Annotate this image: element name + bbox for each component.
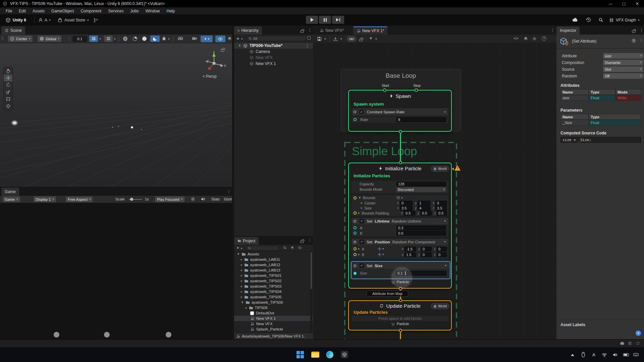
lighting-toggle-icon[interactable] [133,37,137,41]
close-button[interactable]: ✕ [631,0,644,7]
header-menu-icon[interactable]: ⋮ [639,38,643,43]
foldout-icon[interactable]: ▼ [241,301,244,304]
warning-icon[interactable]: ! [454,165,461,172]
play-focused-dropdown[interactable]: Play Focused▾ [155,196,184,202]
spawn-context-node[interactable]: Spawn Spawn system ✓ Constant Spawn Rate… [348,90,452,132]
menu-edit[interactable]: Edit [16,9,29,13]
save-icon[interactable] [317,37,322,41]
tab-scene[interactable]: Scene [1,26,25,35]
grid-size-field[interactable]: 0.1 [72,36,87,42]
minimize-button[interactable]: — [604,0,617,7]
bounds-mode-dropdown[interactable]: Recorded▾ [396,187,446,192]
search-icon[interactable] [598,17,603,22]
block-constant-spawn-rate[interactable]: ✓ Constant Spawn Rate ▾ [352,108,448,116]
project-row-folder[interactable]: ▸ayatoweb_TIPS05 [234,294,313,300]
foldout-icon[interactable]: ▸ [241,290,243,293]
move-tool-button[interactable] [4,74,12,81]
project-lock-icon[interactable] [300,241,304,243]
node-search-tooltip[interactable]: Attribute from Map [367,291,408,297]
collapse-chevron-icon[interactable]: ▾ [444,111,446,114]
collapse-chevron-icon[interactable]: ▾ [444,240,446,243]
project-row-subfolder[interactable]: ▸TIPS06 [234,305,313,310]
scene-visibility-button[interactable] [215,36,225,42]
cloud-icon[interactable] [572,17,579,22]
tab-new-vfx-1[interactable]: New VFX 1* [353,26,387,35]
foldout-icon[interactable]: ▼ [238,44,241,47]
transform-tool-button[interactable] [4,103,12,110]
hierarchy-menu-icon[interactable]: ⋮ [308,28,312,32]
hierarchy-scene-row[interactable]: ▼ TIPS06-YouTube* ⋮ [234,43,313,49]
scene-viewport[interactable]: y x < Persp [0,43,232,187]
world-space-badge[interactable]: World [431,166,449,172]
hierarchy-lock-icon[interactable] [300,31,304,33]
menu-jobs[interactable]: Jobs [127,9,142,13]
padding-input-port[interactable] [354,212,357,215]
compile-icon[interactable] [333,37,338,41]
create-add-button[interactable]: + [236,36,239,41]
menu-services[interactable]: Services [105,9,126,13]
scene-row-menu-icon[interactable]: ⋮ [305,44,310,48]
position-type-icon[interactable] [378,253,381,256]
tray-wifi-icon[interactable] [602,353,607,357]
foldout-icon[interactable]: ▸ [241,269,243,272]
blackboard-icon[interactable] [524,37,528,41]
open-search-icon[interactable] [283,246,287,250]
add-node-dropdown[interactable]: ▾ [375,38,377,41]
tray-volume-icon[interactable] [612,353,618,357]
menu-file[interactable]: File [3,9,15,13]
type-dropdown[interactable]: ▾ [382,253,384,256]
play-button[interactable] [306,16,318,24]
layers-icon[interactable] [227,37,232,41]
lifetime-b-field[interactable]: 0.6 [396,231,446,236]
project-row-folder[interactable]: ▸ayatoweb_LAB11 [234,257,313,262]
position-b-y-field[interactable]: 0 [421,252,432,257]
start-button[interactable] [297,351,304,358]
bounds-type-dropdown[interactable]: ▾ [401,196,403,199]
cloud-status-icon[interactable] [620,341,625,345]
file-explorer-button[interactable] [311,351,319,358]
collapse-chevron-icon[interactable]: ▾ [445,264,446,267]
position-b-z-field[interactable]: 0 [437,252,447,257]
tool-handle-position-dropdown[interactable]: Center▾ [8,36,33,42]
stats-button[interactable]: Stats [211,197,220,201]
position-b-port[interactable] [354,253,357,256]
camera-disabled-icon[interactable] [192,37,197,41]
project-row-folder[interactable]: ▸ayatoweb_TIPS04 [234,289,313,294]
foldout-icon[interactable]: ▸ [241,258,243,261]
size-input-port[interactable] [354,272,357,275]
aspect-dropdown[interactable]: Free Aspect▾ [66,196,93,202]
create-asset-dropdown[interactable]: ▾ [241,247,243,250]
project-row-folder[interactable]: ▸ayatoweb_LAB12 [234,262,313,267]
position-a-y-field[interactable]: 0 [421,247,432,251]
foldout-icon[interactable]: ▸ [241,274,243,277]
hierarchy-item-new-vfx[interactable]: New VFX [234,55,313,61]
tab-inspector[interactable]: Inspector [556,26,580,35]
capacity-field[interactable]: 128 [396,182,446,186]
game-mode-dropdown[interactable]: Game▾ [3,196,20,202]
block-set-position[interactable]: ✓ Set Position Random Per Component ▾ ▸ … [352,239,448,259]
version-control-icon[interactable] [93,18,98,23]
particle-input-port[interactable] [399,299,402,302]
attribute-dropdown[interactable]: size▾ [603,53,644,59]
hidden-items-eye-icon[interactable] [298,246,302,249]
gizmo-lock-icon[interactable] [221,49,224,52]
padding-x-field[interactable]: 0.5 [404,211,415,216]
help-icon[interactable]: ? [542,36,546,41]
project-row-new-vfx-1[interactable]: New VFX 1 [234,316,313,321]
scale-tool-button[interactable] [4,88,12,96]
compile-dropdown[interactable]: ▾ [340,38,342,41]
padding-z-field[interactable]: 0.5 [437,211,447,216]
game-viewport[interactable] [0,203,232,339]
scale-slider-knob[interactable] [130,198,133,201]
foldout-icon[interactable]: ▸ [241,296,243,299]
toolbar-drag-handle[interactable]: ‖ [2,36,4,40]
assistant-button[interactable]: ✦ [636,330,641,336]
scale-slider[interactable] [129,199,142,200]
foldout-icon[interactable]: ▸ [358,247,360,250]
block-enabled-checkbox[interactable]: ✓ [360,110,363,114]
tab-new-vfx[interactable]: New VFX* [316,26,347,35]
bounds-input-port[interactable] [354,196,357,199]
tool-handle-rotation-dropdown[interactable]: Global▾ [38,36,61,42]
2d-view-toggle[interactable]: 2D [178,36,183,41]
project-row-folder[interactable]: ▸ayatoweb_TIPS02 [234,278,313,284]
